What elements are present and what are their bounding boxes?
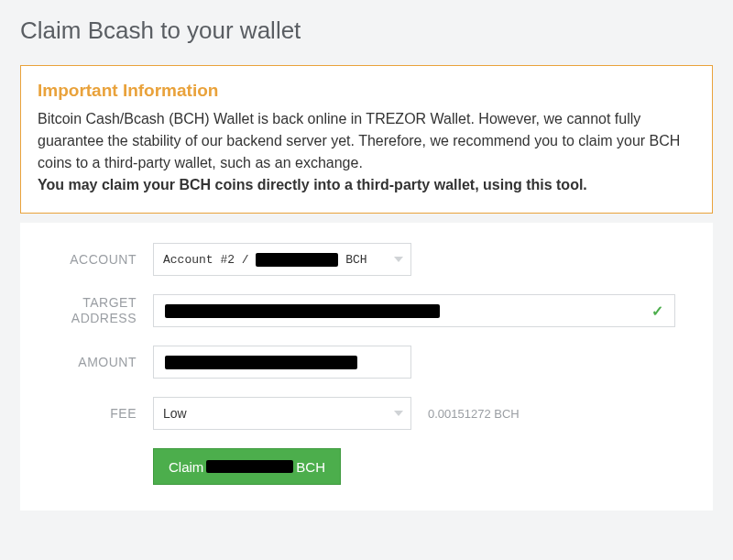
amount-input[interactable] — [153, 346, 411, 379]
fee-label: FEE — [48, 406, 153, 422]
claim-button-redacted — [206, 460, 293, 473]
claim-button[interactable]: Claim BCH — [153, 448, 341, 485]
page-title: Claim Bcash to your wallet — [20, 16, 713, 45]
account-select[interactable]: Account #2 / BCH — [153, 243, 411, 276]
account-redacted — [256, 253, 338, 267]
account-value-suffix: BCH — [338, 253, 366, 267]
account-row: ACCOUNT Account #2 / BCH — [48, 243, 685, 276]
amount-redacted — [165, 356, 357, 369]
account-value-prefix: Account #2 / — [163, 253, 256, 267]
fee-row: FEE Low 0.00151272 BCH — [48, 397, 685, 430]
amount-row: AMOUNT — [48, 346, 685, 379]
info-body-text: Bitcoin Cash/Bcash (BCH) Wallet is back … — [38, 111, 680, 170]
check-icon: ✓ — [651, 302, 663, 320]
account-label: ACCOUNT — [48, 252, 153, 268]
target-address-input[interactable]: ✓ — [153, 294, 675, 327]
address-redacted — [165, 304, 440, 318]
fee-selected-value: Low — [163, 406, 187, 421]
info-body-bold: You may claim your BCH coins directly in… — [38, 177, 587, 192]
claim-button-suffix: BCH — [296, 459, 325, 475]
claim-button-prefix: Claim — [169, 459, 203, 475]
button-row: Claim BCH — [48, 448, 685, 485]
info-title: Important Information — [38, 81, 695, 101]
important-info-box: Important Information Bitcoin Cash/Bcash… — [20, 65, 713, 214]
claim-form-panel: ACCOUNT Account #2 / BCH TARGET ADDRESS … — [20, 223, 713, 511]
info-body: Bitcoin Cash/Bcash (BCH) Wallet is back … — [38, 108, 695, 196]
fee-select[interactable]: Low — [153, 397, 411, 430]
amount-label: AMOUNT — [48, 355, 153, 370]
target-address-label: TARGET ADDRESS — [48, 295, 153, 326]
target-address-row: TARGET ADDRESS ✓ — [48, 294, 685, 327]
chevron-down-icon — [394, 257, 403, 262]
fee-amount-note: 0.00151272 BCH — [428, 407, 520, 421]
chevron-down-icon — [394, 411, 403, 416]
